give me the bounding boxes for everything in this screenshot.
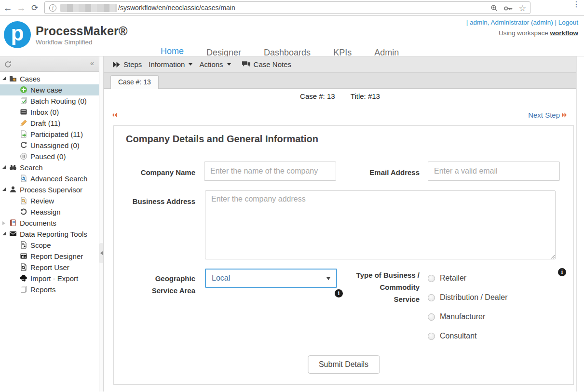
- app-header: p ProcessMaker® Workflow Simplified Home…: [0, 16, 584, 56]
- zoom-icon[interactable]: [490, 4, 498, 12]
- steps-button[interactable]: Steps: [112, 60, 142, 68]
- sidebar-item-paused[interactable]: Paused (0): [0, 151, 99, 162]
- logo-name: ProcessMaker®: [36, 24, 128, 38]
- sidebar-item-reassign[interactable]: Reassign: [0, 206, 99, 217]
- tab-case-13[interactable]: Case #: 13: [110, 75, 159, 89]
- pipe-separator: |: [555, 19, 557, 26]
- browser-refresh-icon[interactable]: ⟳: [29, 0, 41, 16]
- user-bar: | admin, Administrator (admin) | Logout: [466, 19, 578, 26]
- sidebar-item-new-case[interactable]: New case: [0, 84, 99, 95]
- reports-pages-icon: [20, 285, 27, 293]
- submit-details-button[interactable]: Submit Details: [308, 355, 380, 374]
- sidebar-item-report-user[interactable]: Report User: [0, 262, 99, 273]
- advanced-search-icon: [20, 175, 27, 182]
- sidebar-item-reports[interactable]: Reports: [0, 284, 99, 295]
- sidebar-item-batch-routing[interactable]: Batch Routing (0): [0, 95, 99, 107]
- report-designer-icon: [20, 252, 27, 260]
- expander-icon[interactable]: [2, 221, 5, 225]
- expander-icon[interactable]: [2, 232, 6, 235]
- radio-retailer[interactable]: Retailer: [428, 273, 466, 283]
- business-address-textarea[interactable]: [205, 190, 556, 259]
- sidebar-item-unassigned[interactable]: Unassigned (0): [0, 140, 99, 151]
- case-title: Title: #13: [351, 92, 380, 100]
- sidebar-item-import-export[interactable]: Import - Export: [0, 273, 99, 284]
- case-notes-label: Case Notes: [254, 60, 291, 68]
- password-key-icon[interactable]: [504, 6, 513, 11]
- information-label: Information: [149, 60, 185, 68]
- sidebar-item-process-supervisor[interactable]: Process Supervisor: [0, 184, 99, 195]
- user-profile-link[interactable]: admin, Administrator (admin): [470, 19, 553, 26]
- workspace-link[interactable]: workflow: [550, 29, 578, 37]
- sidebar-item-documents[interactable]: Documents: [0, 217, 99, 229]
- expander-icon[interactable]: [2, 77, 6, 80]
- expander-icon[interactable]: [2, 188, 6, 191]
- case-number: Case #: 13: [300, 92, 335, 100]
- browser-back-icon[interactable]: ←: [2, 0, 14, 16]
- sidebar-item-inbox[interactable]: Inbox (0): [0, 107, 99, 118]
- sidebar-item-participated[interactable]: Participated (11): [0, 129, 99, 140]
- expander-icon[interactable]: [2, 165, 6, 169]
- radio-label: Consultant: [440, 332, 477, 340]
- new-case-plus-icon: [20, 86, 27, 94]
- actions-label: Actions: [199, 60, 223, 68]
- sidebar-item-advanced-search[interactable]: Advanced Search: [0, 173, 99, 184]
- geo-info-icon[interactable]: i: [335, 289, 343, 297]
- next-step-arrow-icon: [562, 112, 567, 118]
- inbox-icon: [20, 108, 27, 116]
- envelope-icon: [9, 230, 17, 238]
- radio-label: Distribution / Dealer: [440, 293, 508, 302]
- next-step-link[interactable]: Next Step: [528, 111, 567, 119]
- information-dropdown[interactable]: Information: [149, 60, 192, 68]
- geographic-service-area-select[interactable]: Local: [205, 269, 337, 288]
- company-details-form: Company Details and General Information …: [113, 125, 574, 385]
- email-address-label: Email Address: [342, 166, 420, 178]
- browser-chrome: ← → ⟳ i /sysworkflow/en/neoclassic/cases…: [0, 0, 584, 16]
- next-step-label: Next Step: [528, 111, 560, 119]
- email-address-input[interactable]: [428, 162, 560, 181]
- content-area: Steps Information Actions Case Notes Cas…: [104, 56, 577, 392]
- logo-p-icon: p: [4, 21, 31, 48]
- browser-menu-icon[interactable]: ⋮: [571, 2, 581, 6]
- caret-down-icon: [189, 63, 192, 66]
- bookmark-star-icon[interactable]: ☆: [519, 3, 526, 14]
- processmaker-logo[interactable]: p ProcessMaker® Workflow Simplified: [4, 21, 128, 48]
- draft-pencil-icon: [20, 119, 27, 127]
- sidebar-item-draft[interactable]: Draft (11): [0, 118, 99, 129]
- double-play-icon: [112, 61, 121, 68]
- radio-icon: [428, 275, 435, 282]
- sidebar-refresh-icon[interactable]: [4, 60, 12, 68]
- tree-label: Reports: [0, 285, 56, 294]
- sidebar-splitter[interactable]: [99, 56, 104, 392]
- sidebar-item-data-reporting-tools[interactable]: Data Reporting Tools: [0, 229, 99, 240]
- sidebar-item-cases[interactable]: Cases: [0, 73, 99, 84]
- sidebar-collapse-icon[interactable]: «: [90, 59, 94, 67]
- tree-label: Paused (0): [0, 152, 66, 161]
- actions-dropdown[interactable]: Actions: [199, 60, 231, 68]
- business-type-info-icon[interactable]: i: [558, 268, 566, 276]
- sidebar-item-search[interactable]: Search: [0, 162, 99, 173]
- review-icon: [20, 197, 27, 204]
- geographic-service-area-label: Geographic Service Area: [119, 272, 195, 297]
- chat-bubbles-icon: [242, 61, 251, 68]
- logout-link[interactable]: Logout: [558, 19, 578, 26]
- company-name-label: Company Name: [119, 166, 195, 178]
- browser-forward-icon[interactable]: →: [15, 0, 27, 16]
- previous-step-arrow-icon[interactable]: [112, 112, 117, 118]
- sidebar-item-review[interactable]: Review: [0, 195, 99, 206]
- company-name-input[interactable]: [204, 162, 336, 181]
- tree-label: Import - Export: [0, 274, 78, 283]
- tree-label: Report User: [0, 263, 69, 271]
- radio-manufacturer[interactable]: Manufacturer: [428, 312, 485, 322]
- sidebar-item-scope[interactable]: Scope: [0, 240, 99, 251]
- splitter-collapse-handle[interactable]: [99, 243, 103, 263]
- sidebar-item-report-designer[interactable]: Report Designer: [0, 251, 99, 262]
- page-info-icon[interactable]: i: [49, 4, 56, 12]
- address-bar[interactable]: i /sysworkflow/en/neoclassic/cases/main …: [44, 1, 530, 14]
- caret-down-icon: [227, 63, 231, 66]
- radio-distribution-dealer[interactable]: Distribution / Dealer: [428, 293, 508, 302]
- radio-consultant[interactable]: Consultant: [428, 331, 477, 341]
- case-notes-button[interactable]: Case Notes: [242, 60, 291, 68]
- url-text[interactable]: /sysworkflow/en/neoclassic/cases/main: [118, 4, 235, 12]
- form-title: Company Details and General Information: [126, 134, 318, 145]
- tree-label: Unassigned (0): [0, 141, 80, 149]
